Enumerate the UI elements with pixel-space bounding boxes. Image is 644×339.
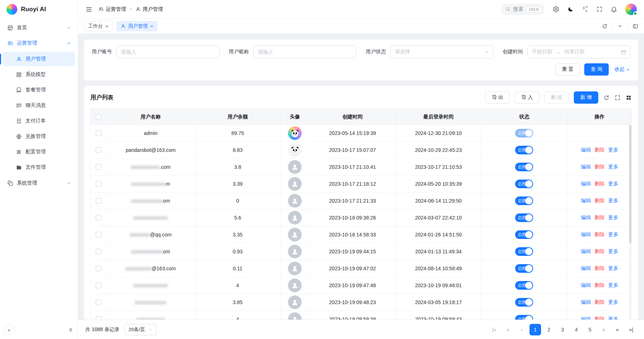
fullscreen-icon[interactable] xyxy=(614,95,621,101)
delete-link[interactable]: 删除 xyxy=(594,198,604,203)
row-checkbox[interactable] xyxy=(96,147,102,153)
breadcrumb-item-user-management[interactable]: 用户管理 xyxy=(135,6,163,13)
date-range-picker[interactable]: 开始日期 → 结束日期 xyxy=(527,45,631,58)
export-button[interactable]: 导 出 xyxy=(485,91,510,104)
edit-link[interactable]: 编辑 xyxy=(581,248,591,254)
delete-link[interactable]: 删除 xyxy=(594,316,604,320)
delete-link[interactable]: 删除 xyxy=(594,265,604,271)
row-checkbox[interactable] xyxy=(96,232,102,238)
more-link[interactable]: 更多 xyxy=(608,147,618,153)
edit-link[interactable]: 编辑 xyxy=(581,214,591,220)
nickname-input[interactable] xyxy=(253,45,357,58)
account-input[interactable] xyxy=(116,45,220,58)
select-all-checkbox[interactable] xyxy=(96,114,102,120)
pager-prev-group-button[interactable]: « xyxy=(502,324,514,335)
delete-link[interactable]: 删除 xyxy=(594,164,604,170)
sidebar-subitem-1[interactable]: 用户管理 xyxy=(3,52,75,66)
more-link[interactable]: 更多 xyxy=(608,282,618,288)
pager-page-5[interactable]: 5 xyxy=(584,324,596,335)
delete-link[interactable]: 删除 xyxy=(594,248,604,254)
breadcrumb-item-operations[interactable]: 运营管理 xyxy=(98,6,126,13)
delete-link[interactable]: 删除 xyxy=(594,299,604,305)
row-checkbox[interactable] xyxy=(96,282,102,288)
refresh-icon[interactable] xyxy=(603,95,609,101)
pager-page-3[interactable]: 3 xyxy=(557,324,568,335)
delete-button[interactable]: 删 除 xyxy=(544,91,569,104)
add-button[interactable]: 新 增 xyxy=(574,91,598,104)
more-link[interactable]: 更多 xyxy=(608,164,618,170)
pager-last-button[interactable]: »| xyxy=(625,324,637,335)
refresh-icon[interactable] xyxy=(602,23,608,29)
delete-link[interactable]: 删除 xyxy=(594,282,604,288)
status-toggle[interactable]: 启用 xyxy=(515,298,533,307)
pager-next-button[interactable]: › xyxy=(598,324,609,335)
vertical-scrollbar[interactable] xyxy=(629,109,632,320)
status-toggle[interactable]: 启用 xyxy=(515,196,533,205)
more-link[interactable]: 更多 xyxy=(608,248,618,254)
tab-user-management[interactable]: 用户管理 × xyxy=(116,21,158,31)
status-toggle[interactable]: 启用 xyxy=(515,264,533,273)
more-link[interactable]: 更多 xyxy=(608,299,618,305)
row-checkbox[interactable] xyxy=(96,299,102,305)
row-checkbox[interactable] xyxy=(96,198,102,204)
sidebar-subitem-4[interactable]: 聊天消息 xyxy=(3,98,75,113)
edit-link[interactable]: 编辑 xyxy=(581,282,591,288)
user-avatar[interactable] xyxy=(625,4,637,15)
edit-link[interactable]: 编辑 xyxy=(581,316,591,320)
query-button[interactable]: 查 询 xyxy=(584,63,609,76)
sidebar-item-system[interactable]: 系统管理 xyxy=(3,176,75,190)
pager-next-group-button[interactable]: » xyxy=(612,324,623,335)
row-checkbox[interactable] xyxy=(96,164,102,170)
row-checkbox[interactable] xyxy=(96,266,102,271)
scrollbar-thumb[interactable] xyxy=(629,125,631,243)
translate-icon[interactable]: 文A xyxy=(582,6,589,13)
row-checkbox[interactable] xyxy=(96,249,102,254)
reset-button[interactable]: 重 置 xyxy=(555,63,580,76)
column-settings-icon[interactable] xyxy=(626,95,632,101)
edit-link[interactable]: 编辑 xyxy=(581,198,591,203)
status-toggle[interactable]: 启用 xyxy=(515,315,533,320)
collapse-filter-link[interactable]: 收起 xyxy=(614,66,630,73)
sidebar-subitem-5[interactable]: 支付订单 xyxy=(3,114,75,128)
more-link[interactable]: 更多 xyxy=(608,181,618,186)
status-toggle[interactable]: 启用 xyxy=(515,180,533,188)
more-link[interactable]: 更多 xyxy=(608,316,618,320)
sidebar-subitem-6[interactable]: 兑换管理 xyxy=(3,129,75,144)
edit-link[interactable]: 编辑 xyxy=(581,147,591,153)
sidebar-item-home[interactable]: 首页 xyxy=(3,21,75,35)
sidebar-subitem-3[interactable]: 套餐管理 xyxy=(3,83,75,97)
edit-link[interactable]: 编辑 xyxy=(581,299,591,305)
edit-link[interactable]: 编辑 xyxy=(581,181,591,186)
edit-link[interactable]: 编辑 xyxy=(581,231,591,237)
status-toggle[interactable]: 启用 xyxy=(515,129,533,137)
edit-link[interactable]: 编辑 xyxy=(581,265,591,271)
pager-first-button[interactable]: |« xyxy=(488,324,500,335)
edit-link[interactable]: 编辑 xyxy=(581,164,591,170)
fullscreen-icon[interactable] xyxy=(596,6,603,12)
delete-link[interactable]: 删除 xyxy=(594,147,604,153)
pager-page-4[interactable]: 4 xyxy=(571,324,582,335)
sidebar-subitem-8[interactable]: 文件管理 xyxy=(3,160,75,175)
row-checkbox[interactable] xyxy=(96,181,102,187)
more-link[interactable]: 更多 xyxy=(608,198,618,203)
status-toggle[interactable]: 启用 xyxy=(515,213,533,222)
row-checkbox[interactable] xyxy=(96,130,102,136)
delete-link[interactable]: 删除 xyxy=(594,231,604,237)
status-select[interactable]: 请选择 xyxy=(390,45,494,58)
pager-page-1[interactable]: 1 xyxy=(530,324,541,335)
sidebar-subitem-2[interactable]: 系统模型 xyxy=(3,67,75,82)
status-toggle[interactable]: 启用 xyxy=(515,230,533,239)
status-toggle[interactable]: 启用 xyxy=(515,247,533,256)
row-checkbox[interactable] xyxy=(96,316,102,320)
notifications-bell-icon[interactable] xyxy=(611,6,617,13)
menu-icon[interactable] xyxy=(85,6,93,13)
close-icon[interactable]: × xyxy=(105,23,109,29)
sidebar-collapse-button[interactable]: « xyxy=(4,325,14,335)
import-button[interactable]: 导 入 xyxy=(515,91,539,104)
status-toggle[interactable]: 启用 xyxy=(515,281,533,290)
close-icon[interactable]: × xyxy=(150,23,153,29)
more-link[interactable]: 更多 xyxy=(608,231,618,237)
more-link[interactable]: 更多 xyxy=(608,265,618,271)
settings-gear-icon[interactable] xyxy=(553,6,559,13)
pager-prev-button[interactable]: ‹ xyxy=(516,324,527,335)
